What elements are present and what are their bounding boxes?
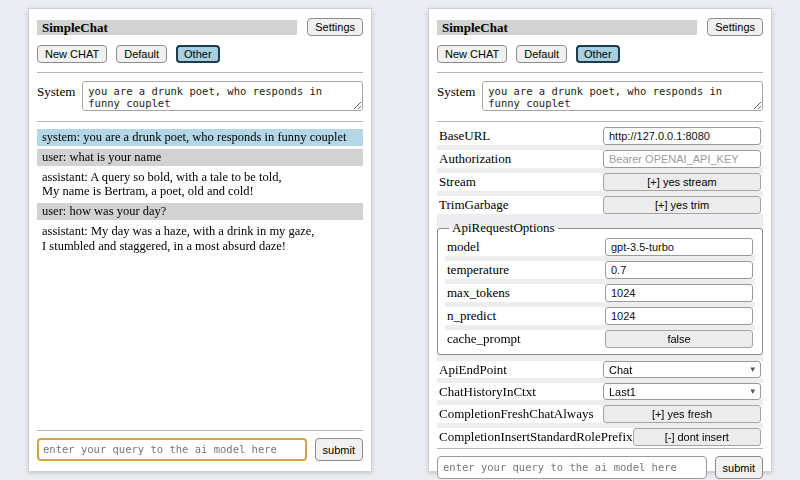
temperature-input[interactable] [605, 261, 753, 279]
authorization-label: Authorization [439, 151, 511, 167]
api-request-options-rows: model temperature max_tokens n_predict c… [445, 238, 755, 348]
chat-message-user: user: how was your day? [37, 203, 363, 220]
temperature-label: temperature [447, 262, 509, 278]
app-title-bar: SimpleChat [437, 20, 697, 35]
setting-row-max-tokens: max_tokens [445, 284, 755, 302]
trimgarbage-toggle-button[interactable]: [+] yes trim [603, 196, 761, 214]
chevron-down-icon: ▾ [750, 365, 755, 374]
setting-row-temperature: temperature [445, 261, 755, 279]
divider [437, 121, 763, 122]
api-endpoint-label: ApiEndPoint [439, 362, 507, 378]
setting-row-model: model [445, 238, 755, 256]
header: SimpleChat Settings [37, 18, 363, 36]
session-toolbar: New CHAT Default Other [437, 45, 763, 63]
n-predict-input[interactable] [605, 307, 753, 325]
stream-label: Stream [439, 174, 476, 190]
chat-message-system: system: you are a drunk poet, who respon… [37, 129, 363, 146]
completion-fresh-chat-always-toggle-button[interactable]: [+] yes fresh [603, 405, 761, 423]
api-request-options-fieldset: ApiRequestOptions model temperature max_… [437, 220, 763, 355]
setting-row-completion-fresh-chat-always: CompletionFreshChatAlways [+] yes fresh [437, 405, 763, 423]
system-prompt-input[interactable]: you are a drunk poet, who responds in fu… [82, 81, 363, 111]
settings-button[interactable]: Settings [707, 18, 763, 36]
query-row: submit [437, 456, 763, 479]
setting-row-completion-insert-standard-role-prefix: CompletionInsertStandardRolePrefix [-] d… [437, 428, 763, 446]
setting-row-api-endpoint: ApiEndPoint Chat ▾ [437, 361, 763, 378]
setting-row-n-predict: n_predict [445, 307, 755, 325]
divider [37, 430, 363, 431]
chat-history-in-ctxt-label: ChatHistoryInCtxt [439, 384, 536, 400]
settings-list: BaseURL Authorization Stream [+] yes str… [437, 127, 763, 446]
other-session-button[interactable]: Other [176, 45, 220, 63]
default-session-button[interactable]: Default [516, 45, 567, 63]
system-prompt-label: System [437, 81, 475, 100]
model-label: model [447, 239, 480, 255]
setting-row-authorization: Authorization [437, 150, 763, 168]
submit-button[interactable]: submit [315, 438, 363, 461]
system-prompt-input[interactable]: you are a drunk poet, who responds in fu… [482, 81, 763, 111]
chat-history-selected-value: Last1 [609, 386, 636, 398]
setting-row-baseurl: BaseURL [437, 127, 763, 145]
settings-button[interactable]: Settings [307, 18, 363, 36]
chevron-down-icon: ▾ [750, 387, 755, 396]
system-prompt-label: System [37, 81, 75, 100]
completion-fresh-chat-always-label: CompletionFreshChatAlways [439, 406, 594, 422]
system-prompt-row: System you are a drunk poet, who respond… [437, 81, 763, 111]
baseurl-label: BaseURL [439, 128, 490, 144]
max-tokens-input[interactable] [605, 284, 753, 302]
authorization-input[interactable] [603, 150, 761, 168]
header: SimpleChat Settings [437, 18, 763, 36]
session-toolbar: New CHAT Default Other [37, 45, 363, 63]
chat-message-assistant: assistant: My day was a haze, with a dri… [37, 223, 363, 255]
setting-row-cache-prompt: cache_prompt false [445, 330, 755, 348]
user-query-input[interactable] [37, 438, 307, 461]
submit-button[interactable]: submit [715, 456, 763, 479]
setting-row-stream: Stream [+] yes stream [437, 173, 763, 191]
user-query-input[interactable] [437, 456, 707, 479]
divider [37, 121, 363, 122]
completion-insert-standard-role-prefix-toggle-button[interactable]: [-] dont insert [633, 428, 761, 446]
chat-message-list: system: you are a drunk poet, who respon… [37, 129, 363, 254]
divider [37, 72, 363, 73]
chat-message-user: user: what is your name [37, 149, 363, 166]
app-title-bar: SimpleChat [37, 20, 297, 35]
setting-row-trimgarbage: TrimGarbage [+] yes trim [437, 196, 763, 214]
divider [437, 72, 763, 73]
spacer [37, 254, 363, 428]
n-predict-label: n_predict [447, 308, 496, 324]
model-input[interactable] [605, 238, 753, 256]
divider [437, 448, 763, 449]
system-prompt-row: System you are a drunk poet, who respond… [37, 81, 363, 111]
api-endpoint-select[interactable]: Chat ▾ [603, 361, 761, 378]
new-chat-button[interactable]: New CHAT [37, 45, 107, 63]
chat-history-in-ctxt-select[interactable]: Last1 ▾ [603, 383, 761, 400]
baseurl-input[interactable] [603, 127, 761, 145]
api-endpoint-selected-value: Chat [609, 364, 632, 376]
new-chat-button[interactable]: New CHAT [437, 45, 507, 63]
settings-panel: SimpleChat Settings New CHAT Default Oth… [428, 8, 772, 472]
api-request-options-legend: ApiRequestOptions [449, 220, 558, 236]
cache-prompt-label: cache_prompt [447, 331, 521, 347]
max-tokens-label: max_tokens [447, 285, 510, 301]
cache-prompt-toggle-button[interactable]: false [605, 330, 753, 348]
setting-row-chat-history-in-ctxt: ChatHistoryInCtxt Last1 ▾ [437, 383, 763, 400]
trimgarbage-label: TrimGarbage [439, 197, 509, 213]
chat-message-assistant: assistant: A query so bold, with a tale … [37, 169, 363, 201]
stream-toggle-button[interactable]: [+] yes stream [603, 173, 761, 191]
completion-insert-standard-role-prefix-label: CompletionInsertStandardRolePrefix [439, 429, 633, 445]
chat-panel: SimpleChat Settings New CHAT Default Oth… [28, 8, 372, 472]
other-session-button[interactable]: Other [576, 45, 620, 63]
default-session-button[interactable]: Default [116, 45, 167, 63]
query-row: submit [37, 438, 363, 461]
